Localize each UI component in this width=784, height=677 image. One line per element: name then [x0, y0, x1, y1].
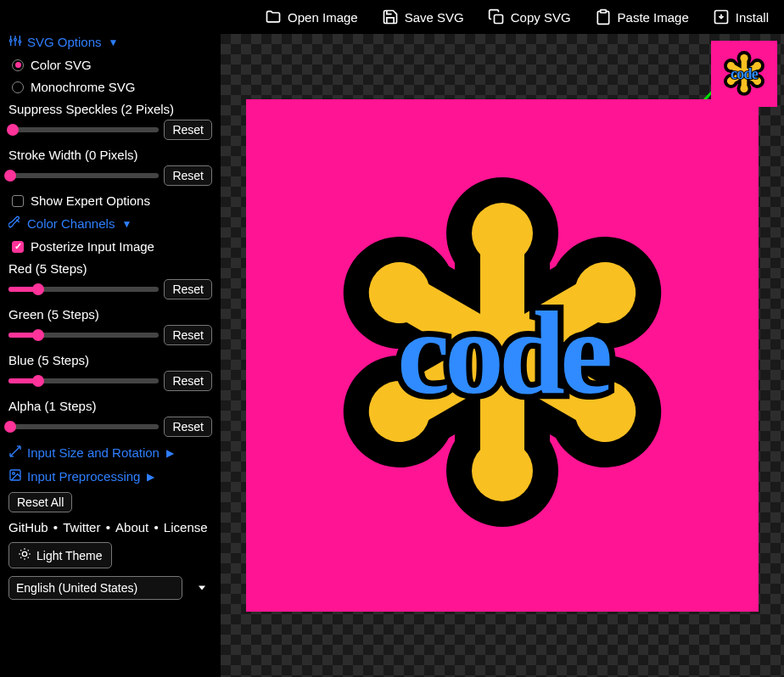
input-size-header[interactable]: Input Size and Rotation ▶: [8, 445, 212, 461]
sliders-icon: [8, 34, 22, 50]
green-label: Green (5 Steps): [8, 307, 212, 322]
paste-image-button[interactable]: Paste Image: [595, 8, 689, 25]
install-button[interactable]: Install: [713, 8, 769, 25]
artwork-thumbnail: code: [740, 49, 748, 98]
checkbox-icon[interactable]: [12, 195, 24, 207]
svg-rect-1: [600, 10, 606, 13]
blue-slider[interactable]: [8, 378, 159, 383]
copy-svg-label: Copy SVG: [511, 10, 571, 25]
alpha-slider[interactable]: [8, 424, 159, 429]
open-image-label: Open Image: [288, 10, 358, 25]
about-link[interactable]: About: [115, 520, 148, 534]
stroke-width-label: Stroke Width (0 Pixels): [8, 148, 212, 162]
blue-label: Blue (5 Steps): [8, 353, 212, 367]
install-label: Install: [736, 10, 769, 25]
stroke-reset-button[interactable]: Reset: [164, 165, 212, 186]
blue-reset-button[interactable]: Reset: [164, 371, 212, 391]
footer-links: GitHub • Twitter • About • License: [8, 520, 212, 534]
top-toolbar: Open Image Save SVG Copy SVG Paste Image…: [0, 0, 784, 34]
language-select[interactable]: English (United States): [8, 576, 182, 600]
thumbnail-preview[interactable]: code: [711, 41, 777, 107]
color-channels-title: Color Channels: [27, 216, 115, 231]
chevron-down-icon: ▼: [121, 218, 132, 230]
brush-icon: [8, 215, 22, 232]
svg-rect-0: [494, 15, 502, 24]
posterize-label: Posterize Input Image: [31, 239, 154, 254]
folder-icon: [265, 8, 282, 25]
color-svg-label: Color SVG: [31, 58, 92, 72]
svg-point-8: [22, 551, 26, 556]
suppress-speckles-label: Suppress Speckles (2 Pixels): [8, 102, 212, 116]
suppress-speckles-slider[interactable]: [8, 127, 159, 132]
show-expert-label: Show Expert Options: [31, 193, 150, 208]
svg-point-4: [14, 38, 17, 41]
chevron-right-icon: ▶: [166, 447, 174, 459]
install-icon: [713, 8, 730, 25]
red-slider[interactable]: [8, 287, 159, 292]
artwork: code: [324, 165, 680, 546]
monochrome-svg-radio-row[interactable]: Monochrome SVG: [8, 80, 212, 94]
reset-all-button[interactable]: Reset All: [8, 492, 72, 512]
color-svg-radio-row[interactable]: Color SVG: [8, 58, 212, 72]
canvas-area: code code: [221, 34, 784, 677]
copy-svg-button[interactable]: Copy SVG: [488, 8, 571, 25]
monochrome-svg-label: Monochrome SVG: [31, 80, 135, 94]
artwork-text: code: [397, 294, 608, 412]
show-expert-checkbox-row[interactable]: Show Expert Options: [8, 193, 212, 208]
input-preproc-header[interactable]: Input Preprocessing ▶: [8, 468, 212, 484]
language-selected: English (United States): [16, 581, 137, 595]
chevron-right-icon: ▶: [147, 471, 154, 483]
license-link[interactable]: License: [164, 520, 208, 534]
resize-icon: [8, 445, 22, 461]
red-label: Red (5 Steps): [8, 261, 212, 276]
save-svg-button[interactable]: Save SVG: [382, 8, 464, 25]
twitter-link[interactable]: Twitter: [63, 520, 100, 534]
alpha-label: Alpha (1 Steps): [8, 399, 212, 413]
suppress-reset-button[interactable]: Reset: [164, 120, 212, 140]
svg-point-7: [13, 473, 15, 475]
brightness-icon: [18, 547, 31, 563]
save-svg-label: Save SVG: [405, 10, 464, 25]
github-link[interactable]: GitHub: [8, 520, 48, 534]
copy-icon: [488, 8, 505, 25]
color-channels-header[interactable]: Color Channels ▼: [8, 215, 212, 232]
green-reset-button[interactable]: Reset: [164, 325, 212, 345]
alpha-reset-button[interactable]: Reset: [164, 417, 212, 437]
green-slider[interactable]: [8, 333, 159, 338]
svg-options-title: SVG Options: [27, 35, 102, 49]
svg-point-5: [19, 41, 21, 43]
radio-icon[interactable]: [12, 81, 24, 93]
save-icon: [382, 8, 399, 25]
image-icon: [8, 468, 22, 484]
svg-point-3: [9, 40, 12, 42]
sidebar: SVG Options ▼ Color SVG Monochrome SVG S…: [0, 34, 221, 677]
checkbox-icon[interactable]: [12, 241, 24, 253]
svg-options-header[interactable]: SVG Options ▼: [8, 34, 212, 50]
posterize-checkbox-row[interactable]: Posterize Input Image: [8, 239, 212, 254]
chevron-down-icon: ▼: [109, 36, 119, 48]
radio-icon[interactable]: [12, 59, 24, 71]
open-image-button[interactable]: Open Image: [265, 8, 358, 25]
artboard[interactable]: code: [246, 99, 759, 612]
input-size-title: Input Size and Rotation: [27, 445, 160, 460]
input-preproc-title: Input Preprocessing: [27, 469, 140, 484]
light-theme-label: Light Theme: [36, 549, 103, 562]
stroke-width-slider[interactable]: [8, 173, 159, 178]
paste-image-label: Paste Image: [618, 10, 689, 25]
light-theme-button[interactable]: Light Theme: [8, 542, 112, 568]
red-reset-button[interactable]: Reset: [164, 279, 212, 299]
paste-icon: [595, 8, 612, 25]
